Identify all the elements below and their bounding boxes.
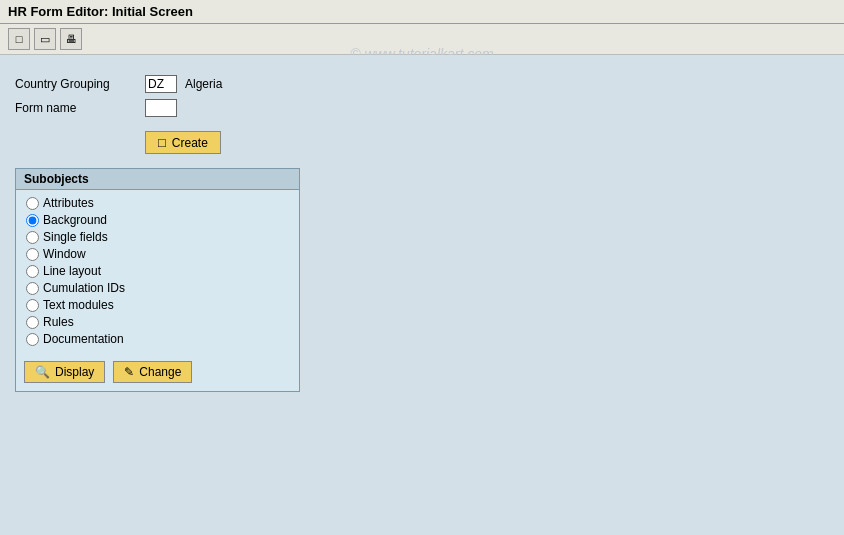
create-icon: □ [158,135,166,150]
window-title: HR Form Editor: Initial Screen [8,4,193,19]
radio-documentation-label: Documentation [43,332,124,346]
print-toolbar-button[interactable]: 🖶 [60,28,82,50]
radio-rules-label: Rules [43,315,74,329]
display-button-label: Display [55,365,94,379]
display-button[interactable]: 🔍 Display [24,361,105,383]
copy-toolbar-button[interactable]: ▭ [34,28,56,50]
radio-row-line-layout: Line layout [26,264,289,278]
radio-background-label: Background [43,213,107,227]
radio-row-attributes: Attributes [26,196,289,210]
display-icon: 🔍 [35,365,50,379]
radio-background[interactable] [26,214,39,227]
radio-attributes-label: Attributes [43,196,94,210]
copy-icon: ▭ [40,33,50,46]
create-btn-row: □ Create [145,131,829,154]
radio-cumulation-ids[interactable] [26,282,39,295]
radio-cumulation-ids-label: Cumulation IDs [43,281,125,295]
country-grouping-input[interactable] [145,75,177,93]
radio-row-documentation: Documentation [26,332,289,346]
radio-line-layout-label: Line layout [43,264,101,278]
radio-row-rules: Rules [26,315,289,329]
radio-single-fields[interactable] [26,231,39,244]
subobjects-header: Subobjects [16,169,299,190]
radio-row-single-fields: Single fields [26,230,289,244]
radio-row-background: Background [26,213,289,227]
form-name-row: Form name [15,99,829,117]
form-name-input[interactable] [145,99,177,117]
subobjects-panel: Subobjects Attributes Background Single … [15,168,300,392]
new-toolbar-button[interactable]: □ [8,28,30,50]
country-name: Algeria [185,77,222,91]
radio-window[interactable] [26,248,39,261]
country-grouping-label: Country Grouping [15,77,145,91]
toolbar: □ ▭ 🖶 [0,24,844,55]
radio-line-layout[interactable] [26,265,39,278]
radio-attributes[interactable] [26,197,39,210]
country-grouping-row: Country Grouping Algeria [15,75,829,93]
radio-single-fields-label: Single fields [43,230,108,244]
radio-documentation[interactable] [26,333,39,346]
radio-window-label: Window [43,247,86,261]
print-icon: 🖶 [66,33,77,45]
radio-row-text-modules: Text modules [26,298,289,312]
main-content: Country Grouping Algeria Form name □ Cre… [0,55,844,402]
radio-rules[interactable] [26,316,39,329]
subobjects-body: Attributes Background Single fields Wind… [16,190,299,355]
change-button-label: Change [139,365,181,379]
form-name-label: Form name [15,101,145,115]
create-button-label: Create [172,136,208,150]
radio-text-modules-label: Text modules [43,298,114,312]
new-icon: □ [16,33,23,45]
action-btn-row: 🔍 Display ✎ Change [16,355,299,391]
radio-row-window: Window [26,247,289,261]
radio-row-cumulation-ids: Cumulation IDs [26,281,289,295]
title-bar: HR Form Editor: Initial Screen [0,0,844,24]
change-icon: ✎ [124,365,134,379]
create-button[interactable]: □ Create [145,131,221,154]
change-button[interactable]: ✎ Change [113,361,192,383]
radio-text-modules[interactable] [26,299,39,312]
